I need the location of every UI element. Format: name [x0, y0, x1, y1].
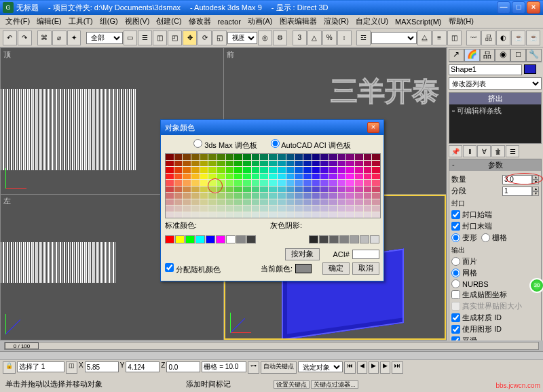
- grey-swatch[interactable]: [329, 235, 339, 243]
- palette-swatch[interactable]: [329, 205, 337, 212]
- palette-swatch[interactable]: [355, 193, 363, 199]
- material-button[interactable]: ◐: [496, 31, 510, 45]
- palette-swatch[interactable]: [329, 161, 337, 167]
- palette-swatch[interactable]: [183, 193, 191, 199]
- palette-swatch[interactable]: [269, 180, 277, 186]
- palette-swatch[interactable]: [355, 199, 363, 205]
- palette-swatch[interactable]: [260, 187, 268, 193]
- palette-swatch[interactable]: [312, 205, 320, 212]
- palette-swatch[interactable]: [312, 174, 320, 180]
- grid-radio[interactable]: [481, 233, 490, 242]
- std-color-swatch[interactable]: [175, 235, 185, 243]
- palette-swatch[interactable]: [200, 193, 208, 199]
- std-color-swatch[interactable]: [226, 235, 236, 243]
- palette-swatch[interactable]: [364, 174, 372, 180]
- key-mode-icon[interactable]: ⊶: [248, 361, 259, 374]
- palette-swatch[interactable]: [372, 180, 380, 186]
- dialog-close-button[interactable]: ×: [367, 122, 379, 133]
- palette-swatch[interactable]: [286, 212, 295, 218]
- menu-render[interactable]: 渲染(R): [321, 16, 352, 27]
- palette-swatch[interactable]: [303, 154, 312, 160]
- prev-frame-icon[interactable]: ◀: [357, 361, 367, 374]
- palette-swatch[interactable]: [217, 167, 225, 173]
- palette-swatch[interactable]: [286, 154, 295, 160]
- setkey-button[interactable]: 设置关键点: [274, 380, 310, 389]
- percent-snap-button[interactable]: %: [322, 31, 337, 45]
- palette-swatch[interactable]: [329, 174, 337, 180]
- palette-swatch[interactable]: [166, 212, 174, 218]
- palette-swatch[interactable]: [346, 212, 354, 218]
- palette-swatch[interactable]: [252, 212, 260, 218]
- radio-aci[interactable]: [271, 139, 280, 148]
- palette-swatch[interactable]: [303, 187, 312, 193]
- goto-end-icon[interactable]: ⏭: [392, 361, 403, 374]
- palette-swatch[interactable]: [329, 193, 337, 199]
- palette-swatch[interactable]: [174, 167, 183, 173]
- palette-swatch[interactable]: [364, 167, 372, 173]
- std-color-swatch[interactable]: [236, 235, 246, 243]
- palette-swatch[interactable]: [208, 212, 217, 218]
- sel-filter-combo[interactable]: 全部: [86, 32, 122, 44]
- palette-swatch[interactable]: [183, 205, 191, 212]
- palette-swatch[interactable]: [278, 167, 286, 173]
- palette-swatch[interactable]: [364, 180, 372, 186]
- palette-swatch[interactable]: [372, 161, 380, 167]
- palette-swatch[interactable]: [372, 199, 380, 205]
- next-frame-icon[interactable]: ▶: [380, 361, 390, 374]
- palette-swatch[interactable]: [183, 167, 191, 173]
- palette-swatch[interactable]: [260, 180, 268, 186]
- radio-aci-label[interactable]: AutoCAD ACI 调色板: [271, 139, 351, 151]
- palette-swatch[interactable]: [217, 174, 225, 180]
- grey-swatch[interactable]: [319, 235, 329, 243]
- select-region-button[interactable]: ◫: [153, 31, 167, 45]
- palette-swatch[interactable]: [191, 180, 200, 186]
- palette-swatch[interactable]: [208, 174, 217, 180]
- palette-swatch[interactable]: [200, 212, 208, 218]
- palette-swatch[interactable]: [320, 205, 329, 212]
- palette-swatch[interactable]: [252, 199, 260, 205]
- palette-swatch[interactable]: [191, 205, 200, 212]
- rollout-header[interactable]: 参数: [449, 159, 541, 171]
- palette-swatch[interactable]: [166, 187, 174, 193]
- palette-swatch[interactable]: [174, 174, 183, 180]
- remove-mod-icon[interactable]: 🗑: [491, 145, 505, 157]
- palette-swatch[interactable]: [183, 161, 191, 167]
- menu-customize[interactable]: 自定义(U): [353, 16, 391, 27]
- mirror-button[interactable]: ⧋: [417, 31, 432, 45]
- motion-tab-icon[interactable]: ◉: [495, 49, 510, 62]
- palette-swatch[interactable]: [191, 167, 200, 173]
- palette-swatch[interactable]: [346, 167, 354, 173]
- palette-swatch[interactable]: [372, 174, 380, 180]
- palette-swatch[interactable]: [286, 167, 295, 173]
- menu-help[interactable]: 帮助(H): [446, 16, 476, 27]
- palette-swatch[interactable]: [243, 174, 251, 180]
- palette-swatch[interactable]: [346, 187, 354, 193]
- palette-swatch[interactable]: [200, 174, 208, 180]
- palette-swatch[interactable]: [372, 212, 380, 218]
- palette-swatch[interactable]: [295, 161, 303, 167]
- by-object-button[interactable]: 按对象: [285, 248, 320, 260]
- palette-swatch[interactable]: [208, 161, 217, 167]
- palette-swatch[interactable]: [269, 154, 277, 160]
- palette-swatch[interactable]: [217, 154, 225, 160]
- palette-swatch[interactable]: [269, 205, 277, 212]
- palette-swatch[interactable]: [183, 212, 191, 218]
- patch-radio[interactable]: [451, 257, 460, 266]
- palette-swatch[interactable]: [208, 180, 217, 186]
- palette-swatch[interactable]: [183, 187, 191, 193]
- addtime-label[interactable]: 添加时间标记: [186, 380, 231, 388]
- palette-swatch[interactable]: [286, 161, 295, 167]
- gen-matids-checkbox[interactable]: [451, 313, 460, 322]
- palette-swatch[interactable]: [320, 212, 329, 218]
- palette-swatch[interactable]: [303, 174, 312, 180]
- maximize-button[interactable]: □: [512, 1, 525, 14]
- palette-swatch[interactable]: [174, 193, 183, 199]
- palette-swatch[interactable]: [183, 174, 191, 180]
- palette-swatch[interactable]: [226, 180, 234, 186]
- schematic-button[interactable]: 品: [481, 31, 495, 45]
- palette-swatch[interactable]: [243, 154, 251, 160]
- aci-field[interactable]: [352, 250, 379, 259]
- palette-swatch[interactable]: [191, 193, 200, 199]
- palette-swatch[interactable]: [200, 154, 208, 160]
- palette-swatch[interactable]: [320, 193, 329, 199]
